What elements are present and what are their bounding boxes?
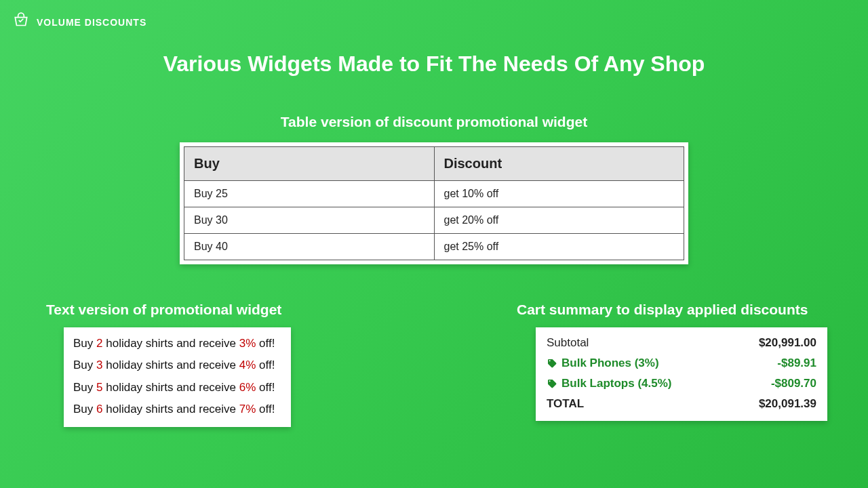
cell-discount: get 10% off <box>434 181 684 207</box>
table-row: Buy 40 get 25% off <box>184 234 684 260</box>
table-row: Buy 30 get 20% off <box>184 207 684 234</box>
cart-widget: Subtotal $20,991.00 Bulk Phones (3%) -$8… <box>536 327 827 421</box>
discount-table-wrap: Buy Discount Buy 25 get 10% off Buy 30 g… <box>180 142 688 264</box>
cart-discount-row: Bulk Laptops (4.5%) -$809.70 <box>547 373 816 394</box>
table-widget-section: Table version of discount promotional wi… <box>0 114 868 264</box>
text-line: Buy 6 holiday shirts and receive 7% off! <box>73 399 281 420</box>
text-widget-section: Text version of promotional widget Buy 2… <box>41 302 291 427</box>
table-section-title: Table version of discount promotional wi… <box>0 114 868 130</box>
discount-amount: -$89.91 <box>777 357 816 370</box>
total-amount: $20,091.39 <box>759 397 816 411</box>
cart-widget-section: Cart summary to display applied discount… <box>511 302 827 427</box>
total-label: TOTAL <box>547 397 584 411</box>
subtotal-amount: $20,991.00 <box>759 336 816 350</box>
discount-label: Bulk Phones (3%) <box>547 357 659 370</box>
cart-total-row: TOTAL $20,091.39 <box>547 394 816 414</box>
table-row: Buy 25 get 10% off <box>184 181 684 207</box>
brand-name: VOLUME DISCOUNTS <box>37 17 146 28</box>
cart-icon <box>12 12 30 33</box>
text-widget: Buy 2 holiday shirts and receive 3% off!… <box>64 327 291 427</box>
cell-discount: get 20% off <box>434 207 684 234</box>
tag-icon <box>547 378 557 389</box>
cell-buy: Buy 25 <box>184 181 435 207</box>
cell-discount: get 25% off <box>434 234 684 260</box>
discount-table: Buy Discount Buy 25 get 10% off Buy 30 g… <box>184 146 684 260</box>
col-head-discount: Discount <box>434 147 684 181</box>
text-line: Buy 3 holiday shirts and receive 4% off! <box>73 354 281 376</box>
text-section-title: Text version of promotional widget <box>41 302 291 318</box>
text-line: Buy 5 holiday shirts and receive 6% off! <box>73 377 281 399</box>
cart-discount-row: Bulk Phones (3%) -$89.91 <box>547 353 816 373</box>
discount-label: Bulk Laptops (4.5%) <box>547 377 671 390</box>
cart-section-title: Cart summary to display applied discount… <box>511 302 827 318</box>
tag-icon <box>547 358 557 369</box>
col-head-buy: Buy <box>184 147 435 181</box>
cell-buy: Buy 30 <box>184 207 435 234</box>
text-line: Buy 2 holiday shirts and receive 3% off! <box>73 333 281 354</box>
cell-buy: Buy 40 <box>184 234 435 260</box>
brand-bar: VOLUME DISCOUNTS <box>0 0 868 33</box>
page-title: Various Widgets Made to Fit The Needs Of… <box>0 52 868 77</box>
subtotal-label: Subtotal <box>547 336 589 350</box>
cart-subtotal-row: Subtotal $20,991.00 <box>547 333 816 353</box>
discount-amount: -$809.70 <box>771 377 816 390</box>
